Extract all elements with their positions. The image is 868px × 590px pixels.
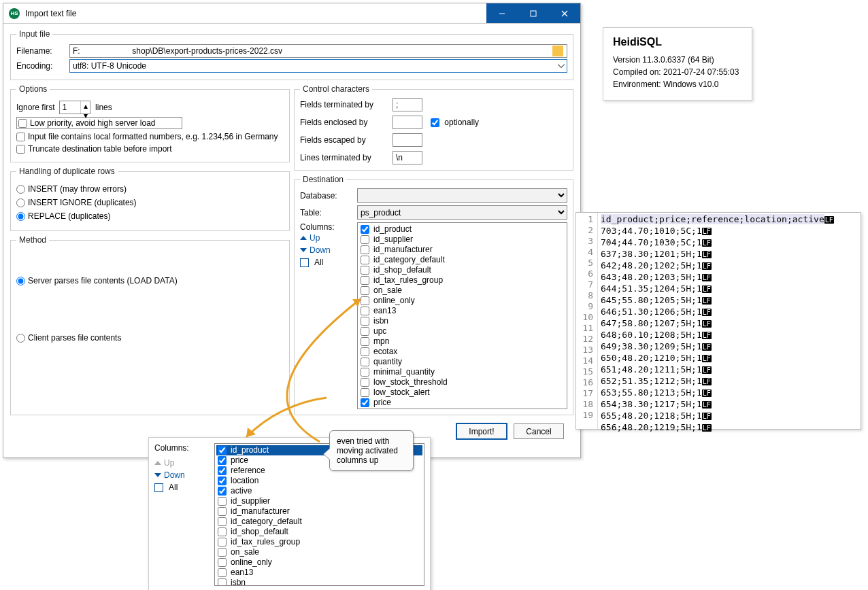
insert-label: INSERT (may throw errors) xyxy=(28,184,127,194)
client-parses-radio[interactable] xyxy=(16,334,25,343)
control-chars-legend: Control characters xyxy=(300,84,372,94)
column-item[interactable]: wholesale_price xyxy=(359,408,565,409)
column-item[interactable]: low_stock_alert xyxy=(359,387,565,398)
info-compiled: Compiled on: 2021-07-24 07:55:03 xyxy=(613,67,742,77)
columns-label: Columns: xyxy=(300,222,335,232)
column-item[interactable]: minimal_quantity xyxy=(359,367,565,377)
control-chars-group: Control characters Fields terminated by … xyxy=(294,84,573,171)
filename-label: Filename: xyxy=(16,46,65,56)
column-item[interactable]: id_supplier xyxy=(359,235,565,245)
destination-legend: Destination xyxy=(300,175,346,184)
app-icon: HS xyxy=(9,8,20,19)
column-item[interactable]: id_supplier xyxy=(216,496,422,506)
column-item[interactable]: id_tax_rules_group xyxy=(359,275,565,285)
method-group: Method Server parses file contents (LOAD… xyxy=(10,235,290,415)
editor-gutter: 1 2 3 4 5 6 7 8 9 10 11 12 13 14 15 16 1… xyxy=(576,213,598,429)
close-button[interactable] xyxy=(549,3,580,23)
lines-term-input[interactable] xyxy=(393,151,422,164)
low-priority-label: Low priority, avoid high server load xyxy=(30,118,156,128)
optionally-label: optionally xyxy=(444,118,479,127)
anno-move-down-link[interactable]: Down xyxy=(154,470,202,480)
options-legend: Options xyxy=(16,84,50,94)
column-item[interactable]: low_stock_threshold xyxy=(359,377,565,387)
truncate-label: Truncate destination table before import xyxy=(28,144,172,154)
input-file-legend: Input file xyxy=(16,29,52,39)
folder-icon[interactable] xyxy=(552,46,563,56)
anno-all-checkbox[interactable]: All xyxy=(154,483,202,492)
column-item[interactable]: on_sale xyxy=(359,285,565,296)
window-title: Import text file xyxy=(25,9,486,18)
info-version: Version 11.3.0.6337 (64 Bit) xyxy=(613,55,742,65)
column-item[interactable]: on_sale xyxy=(216,547,422,557)
table-select[interactable]: ps_product xyxy=(357,205,567,220)
destination-group: Destination Database: Table: ps_product … xyxy=(294,175,573,415)
fields-encl-input[interactable] xyxy=(393,116,422,129)
column-item[interactable]: upc xyxy=(359,326,565,336)
database-select[interactable] xyxy=(357,188,567,203)
duplicates-group: Handling of duplicate rows INSERT (may t… xyxy=(10,167,290,231)
column-item[interactable]: id_tax_rules_group xyxy=(216,537,422,547)
column-item[interactable]: id_product xyxy=(359,224,565,235)
column-item[interactable]: id_manufacturer xyxy=(216,506,422,517)
lines-label: lines xyxy=(95,103,112,112)
cancel-button[interactable]: Cancel xyxy=(514,423,564,439)
annotation-tooltip: even tried with moving activated columns… xyxy=(329,430,414,471)
low-priority-checkbox[interactable] xyxy=(18,119,27,128)
info-title: HeidiSQL xyxy=(613,36,742,48)
titlebar[interactable]: HS Import text file xyxy=(3,3,580,24)
minimize-button[interactable] xyxy=(486,3,518,23)
chevron-down-icon[interactable] xyxy=(557,62,565,70)
columns-listbox[interactable]: id_productid_supplierid_manufacturerid_c… xyxy=(357,222,567,409)
insert-radio[interactable] xyxy=(16,185,25,194)
server-parses-radio[interactable] xyxy=(16,277,25,285)
optionally-checkbox[interactable] xyxy=(431,118,439,127)
fields-esc-input[interactable] xyxy=(393,133,422,147)
input-file-group: Input file Filename: Encoding: xyxy=(10,29,573,80)
column-item[interactable]: mpn xyxy=(359,336,565,347)
ignore-first-spinner[interactable]: ▴▾ xyxy=(59,101,90,114)
encoding-label: Encoding: xyxy=(16,61,65,71)
move-down-link[interactable]: Down xyxy=(300,245,348,255)
column-item[interactable]: quantity xyxy=(359,357,565,367)
column-item[interactable]: id_shop_default xyxy=(359,265,565,275)
column-item[interactable]: isbn xyxy=(359,316,565,326)
column-item[interactable]: isbn xyxy=(216,578,422,586)
ignore-first-label: Ignore first xyxy=(16,103,55,112)
encoding-select[interactable] xyxy=(69,59,567,73)
local-numbers-label: Input file contains local formatted numb… xyxy=(28,132,278,141)
move-up-link[interactable]: Up xyxy=(300,233,348,243)
insert-ignore-label: INSERT IGNORE (duplicates) xyxy=(28,198,137,207)
fields-term-input[interactable] xyxy=(393,98,422,111)
replace-label: REPLACE (duplicates) xyxy=(28,211,110,221)
column-item[interactable]: id_shop_default xyxy=(216,527,422,537)
column-item[interactable]: active xyxy=(216,486,422,496)
column-item[interactable]: ecotax xyxy=(359,347,565,357)
import-button[interactable]: Import! xyxy=(456,423,507,439)
column-item[interactable]: ean13 xyxy=(359,306,565,316)
column-item[interactable]: id_category_default xyxy=(359,255,565,265)
anno-move-up-link[interactable]: Up xyxy=(154,458,202,468)
client-parses-label: Client parses file contents xyxy=(28,333,121,343)
maximize-button[interactable] xyxy=(518,3,549,23)
server-parses-label: Server parses file contents (LOAD DATA) xyxy=(28,276,178,285)
editor-code: id_product;price;reference;location;acti… xyxy=(598,213,861,429)
options-group: Options Ignore first ▴▾ lines Low priori… xyxy=(10,84,290,162)
replace-radio[interactable] xyxy=(16,212,25,221)
all-checkbox[interactable]: All xyxy=(300,258,348,267)
column-item[interactable]: online_only xyxy=(359,296,565,306)
csv-preview: 1 2 3 4 5 6 7 8 9 10 11 12 13 14 15 16 1… xyxy=(575,212,861,430)
filename-input[interactable] xyxy=(69,44,567,58)
column-item[interactable]: price xyxy=(359,398,565,408)
column-item[interactable]: location xyxy=(216,476,422,486)
insert-ignore-radio[interactable] xyxy=(16,198,25,207)
local-numbers-checkbox[interactable] xyxy=(16,133,25,141)
column-item[interactable]: id_category_default xyxy=(216,517,422,527)
fields-esc-label: Fields escaped by xyxy=(300,135,388,145)
fields-encl-label: Fields enclosed by xyxy=(300,118,388,127)
anno-columns-label: Columns: xyxy=(154,443,209,453)
column-item[interactable]: online_only xyxy=(216,557,422,568)
truncate-checkbox[interactable] xyxy=(16,145,25,154)
info-box: HeidiSQL Version 11.3.0.6337 (64 Bit) Co… xyxy=(603,27,752,101)
column-item[interactable]: id_manufacturer xyxy=(359,245,565,255)
column-item[interactable]: ean13 xyxy=(216,568,422,578)
